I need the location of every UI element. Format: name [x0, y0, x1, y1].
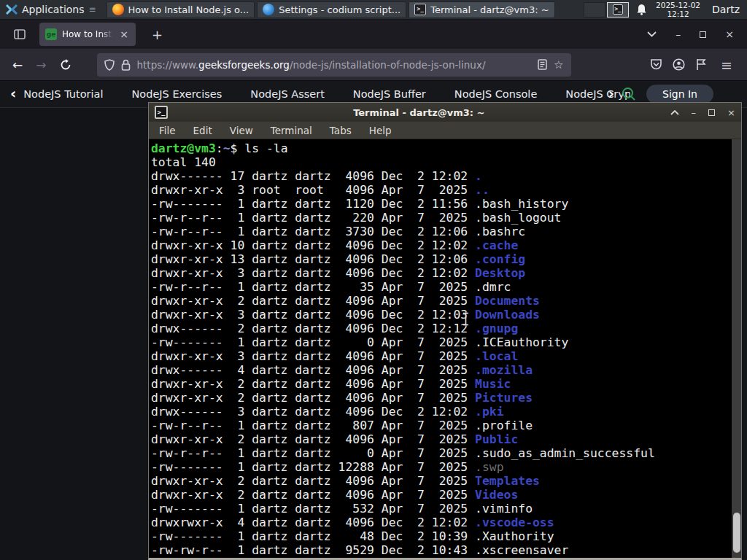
back-button[interactable]: ←: [6, 55, 29, 75]
applications-menu-button[interactable]: Applications ≡: [0, 0, 107, 19]
clock-time: 12:12: [656, 9, 700, 18]
ls-row: -rw-r--r-- 1 dartz dartz 0 Apr 7 2025 .s…: [151, 446, 729, 460]
nav-link[interactable]: NodeJS Buffer: [353, 88, 426, 100]
browser-maximize-button[interactable]: [700, 31, 706, 38]
menu-help[interactable]: Help: [369, 125, 392, 136]
site-nav-links: NodeJS TutorialNodeJS ExercisesNodeJS As…: [23, 88, 630, 100]
terminal-maximize-button[interactable]: [708, 109, 715, 116]
file-name: .local: [475, 349, 518, 363]
clock-date: 2025-12-02: [656, 1, 700, 9]
ls-row: -rw------- 1 dartz dartz 48 Dec 2 10:39 …: [151, 529, 729, 543]
nav-link[interactable]: NodeJS Tutorial: [23, 88, 103, 100]
shield-icon[interactable]: [104, 59, 115, 71]
pocket-icon[interactable]: [650, 58, 662, 71]
url-domain: geeksforgeeks.org: [198, 59, 290, 71]
workspace-1[interactable]: [584, 2, 605, 18]
ls-row: -rw-r--r-- 1 dartz dartz 220 Apr 7 2025 …: [151, 211, 729, 225]
list-tabs-chevron-icon[interactable]: [647, 31, 657, 37]
lock-icon[interactable]: [121, 59, 131, 71]
applications-icon: [6, 4, 18, 15]
file-name: Downloads: [475, 308, 540, 322]
notification-bell-icon[interactable]: [636, 4, 647, 15]
panel-status-area: 2025-12-02 12:12 Dartz: [636, 1, 747, 18]
menu-tabs[interactable]: Tabs: [330, 125, 352, 136]
forward-button[interactable]: →: [29, 55, 53, 75]
ls-row: drwxr-xr-x 10 dartz dartz 4096 Dec 2 12:…: [151, 238, 729, 252]
panel-handle-icon: ≡: [89, 4, 96, 15]
taskbar-item-label: How to Install Node.js o...: [128, 4, 249, 15]
account-icon[interactable]: [673, 58, 685, 71]
file-name: Pictures: [475, 391, 533, 405]
bookmark-star-icon[interactable]: ☆: [554, 58, 563, 71]
browser-close-button[interactable]: ×: [725, 28, 734, 40]
file-name: Videos: [475, 488, 518, 502]
terminal-output: drwx------ 17 dartz dartz 4096 Dec 2 12:…: [151, 169, 729, 557]
ls-row: drwxr-xr-x 3 dartz dartz 4096 Dec 2 12:0…: [151, 308, 729, 322]
terminal-content[interactable]: dartz@vm3:~$ ls -la total 140 drwx------…: [149, 139, 741, 558]
new-tab-button[interactable]: +: [146, 26, 169, 44]
file-name: .cache: [475, 238, 518, 252]
menu-view[interactable]: View: [230, 125, 253, 136]
hamburger-menu-icon[interactable]: ≡: [716, 57, 737, 73]
browser-minimize-button[interactable]: –: [676, 28, 681, 40]
ls-row: drwxrwxr-x 4 dartz dartz 4096 Dec 2 12:0…: [151, 516, 729, 529]
menu-terminal[interactable]: Terminal: [271, 125, 312, 136]
nav-link[interactable]: NodeJS Crypto: [565, 88, 630, 100]
ls-row: drwxr-xr-x 2 dartz dartz 4096 Apr 7 2025…: [151, 474, 729, 488]
workspace-switcher[interactable]: >_: [584, 2, 629, 18]
tab-close-icon[interactable]: ×: [118, 28, 130, 41]
ls-row: drwxr-xr-x 3 dartz dartz 4096 Apr 7 2025…: [151, 349, 729, 363]
nav-link[interactable]: NodeJS Assert: [250, 88, 325, 100]
url-bar[interactable]: https://www.geeksforgeeks.org/node-js/in…: [97, 53, 571, 77]
terminal-window: >_ Terminal - dartz@vm3: ~ – × FileEditV…: [148, 102, 742, 560]
file-name: .profile: [475, 419, 533, 432]
extensions-flag-icon[interactable]: [695, 58, 706, 71]
ls-row: -rw-r--r-- 1 dartz dartz 35 Apr 7 2025 .…: [151, 280, 729, 294]
taskbar-item[interactable]: How to Install Node.js o...: [107, 1, 255, 18]
url-path: /node-js/installation-of-node-js-on-linu…: [290, 59, 486, 71]
applications-label: Applications: [22, 4, 85, 15]
taskbar-item[interactable]: Settings - codium script...: [257, 1, 406, 18]
menu-file[interactable]: File: [159, 125, 176, 136]
tab-title: How to Install Node.js on: [62, 29, 113, 39]
file-name: .bash_logout: [475, 211, 561, 225]
ls-row: drwxr-xr-x 3 dartz dartz 4096 Dec 2 12:0…: [151, 266, 729, 280]
file-name: Music: [475, 377, 511, 391]
url-text[interactable]: https://www.geeksforgeeks.org/node-js/in…: [137, 59, 532, 71]
terminal-scrollbar[interactable]: [732, 139, 741, 558]
browser-tab-bar: ge How to Install Node.js on × + – ×: [0, 20, 747, 49]
terminal-titlebar[interactable]: >_ Terminal - dartz@vm3: ~ – ×: [149, 103, 741, 122]
terminal-minimize-button[interactable]: –: [692, 108, 697, 117]
firefox-view-icon[interactable]: [9, 25, 31, 44]
ls-row: drwxr-xr-x 2 dartz dartz 4096 Apr 7 2025…: [151, 377, 729, 391]
nav-scroll-right-icon[interactable]: ›: [608, 85, 619, 104]
reload-button[interactable]: [53, 56, 78, 74]
file-name: .bashrc: [475, 225, 525, 238]
sign-in-button[interactable]: Sign In: [646, 85, 713, 104]
firefox-icon: [112, 4, 124, 15]
panel-clock[interactable]: 2025-12-02 12:12: [656, 1, 700, 18]
file-name: Desktop: [475, 266, 525, 280]
search-icon[interactable]: [622, 87, 636, 101]
nav-scroll-left-icon[interactable]: ‹: [0, 85, 23, 104]
nav-link[interactable]: NodeJS Console: [454, 88, 538, 100]
terminal-shade-button[interactable]: [670, 110, 679, 115]
taskbar-item[interactable]: >_Terminal - dartz@vm3: ~: [409, 1, 554, 18]
terminal-close-button[interactable]: ×: [727, 108, 735, 117]
nav-link[interactable]: NodeJS Exercises: [132, 88, 222, 100]
terminal-menubar: FileEditViewTerminalTabsHelp: [149, 122, 741, 139]
panel-username[interactable]: Dartz: [712, 4, 740, 15]
system-panel: Applications ≡ How to Install Node.js o.…: [0, 0, 747, 20]
terminal-icon: >_: [414, 4, 426, 15]
file-name: .gnupg: [475, 322, 518, 335]
file-name: .pki: [475, 405, 503, 419]
ls-row: drwxr-xr-x 13 dartz dartz 4096 Dec 2 12:…: [151, 252, 729, 266]
taskbar-item-label: Terminal - dartz@vm3: ~: [430, 4, 549, 15]
reader-view-icon[interactable]: [538, 59, 547, 70]
ls-row: drwxr-xr-x 3 root root 4096 Apr 7 2025 .…: [151, 183, 729, 197]
workspace-2-active[interactable]: >_: [607, 2, 629, 18]
menu-edit[interactable]: Edit: [193, 125, 212, 136]
browser-tab[interactable]: ge How to Install Node.js on ×: [39, 23, 136, 46]
file-name: .mozilla: [475, 363, 533, 377]
terminal-scrollbar-thumb[interactable]: [733, 513, 740, 553]
